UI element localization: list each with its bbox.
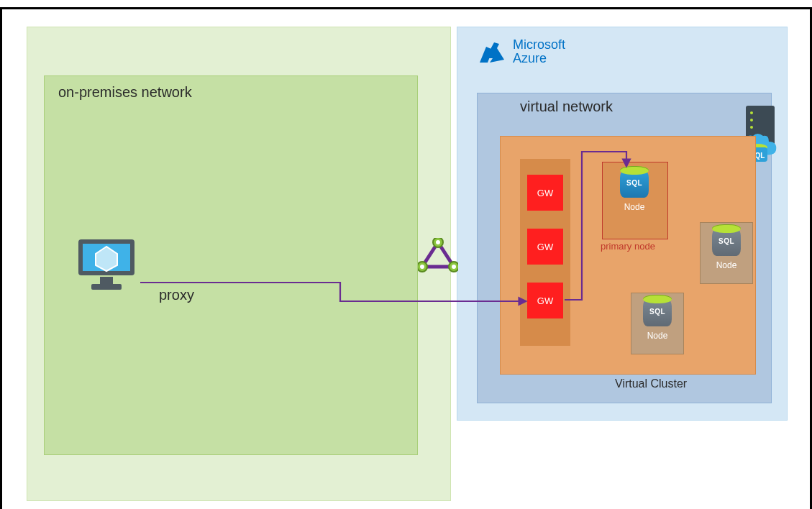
sql-db-icon: SQL: [642, 295, 673, 329]
virtual-cluster-title: Virtual Cluster: [615, 377, 687, 390]
svg-point-16: [436, 240, 440, 244]
svg-point-1: [750, 111, 753, 114]
sql-db-label: SQL: [619, 179, 650, 187]
vnet-peering-icon: [418, 238, 458, 272]
gateway-label: GW: [537, 188, 553, 198]
svg-rect-9: [100, 277, 113, 284]
primary-node-label: primary node: [601, 241, 655, 252]
azure-brand-text: Microsoft Azure: [513, 38, 565, 65]
onprem-title: on-premises network: [58, 84, 192, 101]
sql-node: SQL Node: [700, 222, 753, 284]
svg-point-3: [750, 126, 753, 129]
gateway-box: GW: [527, 229, 563, 265]
azure-icon: [480, 41, 506, 63]
azure-logo: Microsoft Azure: [480, 38, 565, 65]
sql-node-primary: SQL Node: [608, 165, 661, 226]
node-label: Node: [608, 202, 661, 212]
gateway-label: GW: [537, 295, 553, 306]
client-machine-icon: [74, 237, 139, 294]
svg-point-18: [452, 265, 456, 269]
sql-db-icon: SQL: [711, 224, 742, 259]
svg-point-2: [750, 119, 753, 121]
svg-point-17: [420, 265, 424, 269]
node-label: Node: [631, 331, 683, 341]
gateway-box: GW: [527, 283, 563, 318]
svg-rect-10: [91, 284, 122, 290]
proxy-label: proxy: [159, 287, 194, 303]
sql-db-label: SQL: [711, 237, 742, 245]
vnet-title: virtual network: [520, 98, 613, 115]
gateway-label: GW: [537, 242, 553, 252]
sql-node: SQL Node: [631, 293, 684, 354]
sql-db-label: SQL: [642, 308, 673, 316]
node-label: Node: [701, 260, 752, 270]
azure-brand-line1: Microsoft: [513, 38, 565, 52]
sql-db-icon: SQL: [619, 166, 650, 201]
azure-brand-line2: Azure: [513, 52, 565, 65]
gateway-box: GW: [527, 175, 563, 211]
architecture-diagram: on-premises network Microsoft Azure virt…: [0, 7, 812, 509]
